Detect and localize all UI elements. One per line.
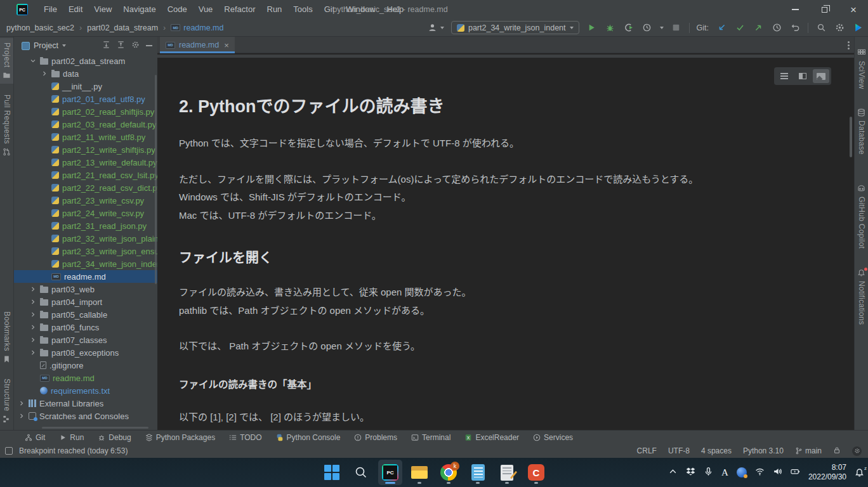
chevron-icon[interactable] bbox=[41, 71, 48, 76]
tool-window-toggle-icon[interactable] bbox=[5, 447, 13, 455]
status-message[interactable]: Breakpoint reached (today 6:53) bbox=[19, 446, 128, 455]
restore-button[interactable] bbox=[810, 0, 839, 19]
start-button[interactable] bbox=[320, 460, 344, 485]
tree-item[interactable]: .gitignore bbox=[14, 359, 157, 372]
chevron-icon[interactable] bbox=[29, 299, 37, 304]
debug-button[interactable] bbox=[605, 22, 616, 34]
menu-item[interactable]: Edit bbox=[63, 0, 88, 19]
taskbar-camtasia-button[interactable]: C bbox=[524, 460, 548, 485]
volume-icon[interactable] bbox=[773, 467, 782, 479]
settings-gear-button[interactable] bbox=[834, 22, 845, 34]
taskbar-pycharm-button[interactable]: PC bbox=[378, 460, 402, 485]
menu-item[interactable]: Refactor bbox=[218, 0, 261, 19]
taskbar-notepad-button[interactable] bbox=[466, 460, 490, 485]
project-panel-title[interactable]: Project bbox=[34, 41, 58, 50]
user-account-button[interactable] bbox=[427, 22, 444, 34]
tree-item[interactable]: requirements.txt bbox=[14, 384, 157, 397]
tool-stripe-button[interactable]: Database bbox=[855, 104, 868, 159]
tree-item[interactable]: part2_11_write_utf8.py bbox=[14, 131, 157, 143]
tree-item[interactable]: part2_32_write_json_plain.py bbox=[14, 232, 157, 245]
tool-window-button[interactable]: TODO bbox=[222, 431, 268, 444]
tray-overflow-chevron-icon[interactable] bbox=[668, 467, 678, 479]
ime-indicator[interactable]: A bbox=[721, 467, 728, 478]
chevron-icon[interactable] bbox=[29, 325, 37, 330]
breadcrumb-item[interactable]: python_basic_sec2 bbox=[6, 23, 87, 32]
chevron-icon[interactable] bbox=[18, 413, 25, 419]
taskbar-chrome-button[interactable]: k bbox=[437, 460, 461, 485]
tool-stripe-button[interactable]: Project bbox=[0, 38, 13, 84]
editor-options-kebab-icon[interactable] bbox=[848, 41, 850, 49]
panel-options-gear-icon[interactable] bbox=[131, 40, 140, 51]
taskbar-notes-button[interactable] bbox=[495, 460, 519, 485]
git-commit-button[interactable] bbox=[734, 22, 746, 34]
tool-stripe-button[interactable]: Structure bbox=[0, 374, 13, 427]
breadcrumb-item[interactable]: part02_data_stream bbox=[87, 23, 171, 32]
wifi-icon[interactable] bbox=[755, 467, 765, 479]
tool-window-button[interactable]: Problems bbox=[347, 431, 404, 444]
tree-item[interactable]: part2_21_read_csv_lsit.py bbox=[14, 169, 157, 181]
git-update-button[interactable] bbox=[716, 22, 727, 34]
run-config-select[interactable]: part2_34_write_json_indent bbox=[451, 21, 579, 34]
expand-all-icon[interactable] bbox=[102, 40, 110, 51]
tree-item[interactable]: part05_callable bbox=[14, 308, 157, 321]
minimize-button[interactable] bbox=[780, 0, 810, 19]
chevron-icon[interactable] bbox=[18, 401, 25, 406]
editor-tab-readme[interactable]: readme.md × bbox=[160, 37, 235, 53]
tool-stripe-button[interactable]: Notifications bbox=[855, 264, 868, 329]
lock-icon[interactable] bbox=[833, 446, 841, 456]
menu-item[interactable]: Tools bbox=[287, 0, 318, 19]
indent-indicator[interactable]: 4 spaces bbox=[701, 446, 732, 455]
battery-icon[interactable] bbox=[791, 467, 800, 479]
blue-sphere-app-icon[interactable] bbox=[737, 467, 747, 477]
tree-item[interactable]: part07_classes bbox=[14, 334, 157, 346]
tool-stripe-button[interactable]: Bookmarks bbox=[0, 307, 13, 368]
tree-item[interactable]: readme.md bbox=[14, 372, 157, 384]
history-button[interactable] bbox=[771, 22, 782, 34]
tree-item[interactable]: part04_import bbox=[14, 295, 157, 308]
tree-item[interactable]: part03_web bbox=[14, 283, 157, 295]
do-not-disturb-bell-icon[interactable]: z bbox=[855, 468, 864, 477]
tree-item[interactable]: part08_exceptions bbox=[14, 346, 157, 359]
close-button[interactable]: × bbox=[839, 0, 868, 19]
tool-window-button[interactable]: Debug bbox=[91, 431, 138, 444]
chevron-icon[interactable] bbox=[29, 312, 37, 317]
microphone-icon[interactable] bbox=[704, 467, 713, 479]
preview-top-scrollbar[interactable] bbox=[157, 55, 854, 58]
tool-window-button[interactable]: Run bbox=[52, 431, 91, 444]
project-panel-hscrollbar[interactable] bbox=[42, 427, 148, 429]
tree-item[interactable]: part2_24_write_csv.py bbox=[14, 207, 157, 219]
search-everywhere-button[interactable] bbox=[815, 22, 827, 34]
tool-stripe-button[interactable]: SciView bbox=[855, 44, 868, 94]
tree-item[interactable]: part2_33_write_json_ensure_ bbox=[14, 245, 157, 257]
line-ending-indicator[interactable]: CRLF bbox=[637, 446, 657, 455]
profiler-button[interactable] bbox=[641, 22, 653, 34]
tree-item[interactable]: part2_03_read_default.py bbox=[14, 118, 157, 131]
chevron-icon[interactable] bbox=[29, 337, 37, 342]
chevron-down-icon[interactable] bbox=[660, 27, 664, 29]
colorful-gem-icon[interactable] bbox=[852, 22, 864, 34]
editor-scrollbar[interactable] bbox=[850, 117, 852, 157]
tool-window-button[interactable]: X ExcelReader bbox=[457, 431, 526, 444]
tool-window-button[interactable]: Terminal bbox=[404, 431, 457, 444]
chevron-icon[interactable] bbox=[29, 287, 37, 292]
close-tab-icon[interactable]: × bbox=[224, 41, 229, 50]
tree-item[interactable]: part06_funcs bbox=[14, 321, 157, 334]
taskbar-search-button[interactable] bbox=[349, 460, 373, 485]
git-push-button[interactable] bbox=[753, 22, 764, 34]
taskbar-clock[interactable]: 8:07 2022/09/30 bbox=[808, 463, 846, 482]
menu-item[interactable]: File bbox=[38, 0, 63, 19]
tree-item[interactable]: part2_01_read_utf8.py bbox=[14, 93, 157, 105]
menu-item[interactable]: Run bbox=[261, 0, 288, 19]
tool-window-button[interactable]: Python Console bbox=[269, 431, 348, 444]
tool-window-button[interactable]: Python Packages bbox=[138, 431, 222, 444]
project-panel-scrollbar[interactable] bbox=[155, 75, 157, 284]
gear-badge-icon[interactable] bbox=[852, 446, 862, 456]
collapse-all-icon[interactable] bbox=[117, 40, 125, 51]
chevron-icon[interactable] bbox=[29, 58, 37, 63]
tree-item[interactable]: part2_13_write_default.py bbox=[14, 156, 157, 169]
tree-item[interactable]: External Libraries bbox=[14, 397, 157, 410]
tool-window-button[interactable]: Git bbox=[18, 431, 52, 444]
tree-item[interactable]: readme.md bbox=[14, 270, 157, 283]
taskbar-explorer-button[interactable] bbox=[407, 460, 431, 485]
stop-button[interactable] bbox=[671, 22, 682, 34]
